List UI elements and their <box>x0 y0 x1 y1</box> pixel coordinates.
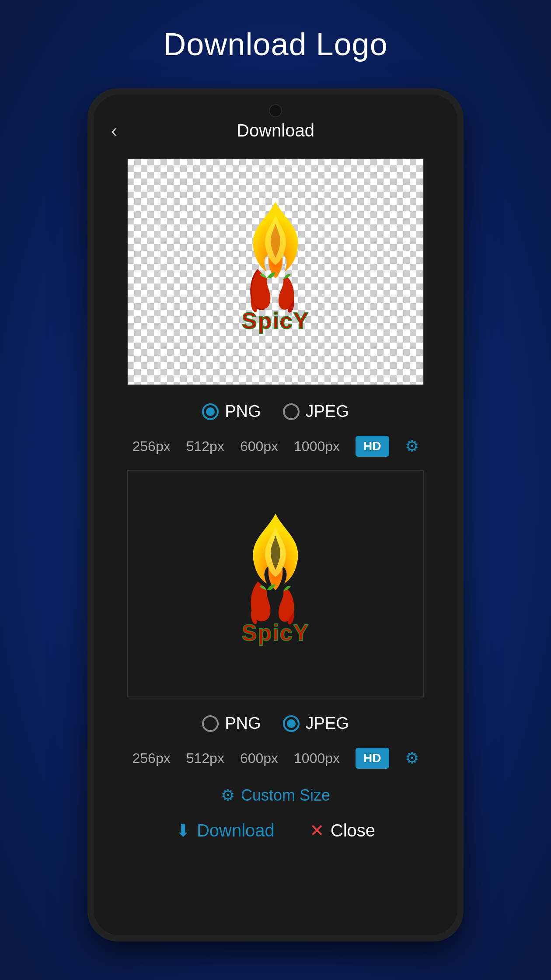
size-row-1: 256px 512px 600px 1000px HD ⚙ <box>133 436 419 457</box>
phone-notch <box>269 104 282 117</box>
jpeg-label-2: JPEG <box>306 714 349 733</box>
size-512-1[interactable]: 512px <box>186 438 224 455</box>
jpeg-label-1: JPEG <box>306 402 349 421</box>
custom-size-gear-icon: ⚙ <box>221 786 235 805</box>
size-row-2: 256px 512px 600px 1000px HD ⚙ <box>133 748 419 769</box>
page-title: Download Logo <box>163 26 387 62</box>
size-1000-1[interactable]: 1000px <box>294 438 340 455</box>
jpeg-radio-2[interactable] <box>283 715 300 732</box>
hd-badge-1[interactable]: HD <box>356 436 389 457</box>
custom-size-row: ⚙ Custom Size <box>221 786 330 805</box>
format-row-1: PNG JPEG <box>202 402 349 421</box>
png-radio-1[interactable] <box>202 403 219 420</box>
svg-text:SpicY: SpicY <box>242 620 310 645</box>
download-button[interactable]: ⬇ Download <box>176 820 275 840</box>
close-button[interactable]: ✕ Close <box>310 820 375 840</box>
content-area: SpicY SpicY PNG JPEG <box>94 149 457 935</box>
back-button[interactable]: ‹ <box>111 120 117 141</box>
phone-frame: ‹ Download <box>87 88 464 942</box>
jpeg-radio-1[interactable] <box>283 403 300 420</box>
hd-badge-2[interactable]: HD <box>356 748 389 769</box>
jpeg-option-1[interactable]: JPEG <box>283 402 349 421</box>
svg-text:SpicY: SpicY <box>242 308 310 333</box>
logo-preview-transparent: SpicY SpicY <box>127 158 424 385</box>
size-256-1[interactable]: 256px <box>133 438 171 455</box>
gear-icon-1[interactable]: ⚙ <box>405 437 419 455</box>
png-label-2: PNG <box>225 714 261 733</box>
phone-screen: ‹ Download <box>94 94 457 935</box>
close-icon: ✕ <box>310 820 324 840</box>
size-256-2[interactable]: 256px <box>133 750 171 766</box>
jpeg-option-2[interactable]: JPEG <box>283 714 349 733</box>
gear-icon-2[interactable]: ⚙ <box>405 749 419 767</box>
download-icon: ⬇ <box>176 820 191 840</box>
png-option-2[interactable]: PNG <box>202 714 261 733</box>
size-512-2[interactable]: 512px <box>186 750 224 766</box>
size-1000-2[interactable]: 1000px <box>294 750 340 766</box>
custom-size-button[interactable]: Custom Size <box>241 786 330 805</box>
phone-side-button <box>460 261 464 296</box>
format-row-2: PNG JPEG <box>202 714 349 733</box>
download-label: Download <box>197 821 275 840</box>
size-600-2[interactable]: 600px <box>240 750 278 766</box>
action-row: ⬇ Download ✕ Close <box>176 820 375 840</box>
size-600-1[interactable]: 600px <box>240 438 278 455</box>
close-label: Close <box>331 821 375 840</box>
png-option-1[interactable]: PNG <box>202 402 261 421</box>
png-label-1: PNG <box>225 402 261 421</box>
logo-preview-dark: SpicY SpicY <box>127 470 424 697</box>
screen-title: Download <box>237 121 314 140</box>
spicy-logo-dark: SpicY SpicY <box>214 505 337 662</box>
top-bar: ‹ Download <box>94 94 457 149</box>
spicy-logo-transparent: SpicY SpicY <box>214 193 337 350</box>
png-radio-2[interactable] <box>202 715 219 732</box>
